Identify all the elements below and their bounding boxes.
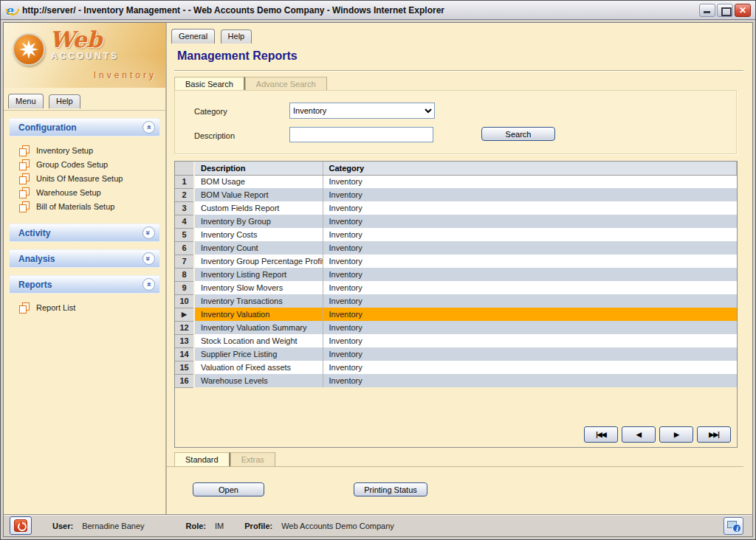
description-cell: Custom Fields Report <box>194 201 323 215</box>
sidebar-item-units-of-measure-setup[interactable]: Units Of Measure Setup <box>19 171 160 185</box>
sidebar-item-bill-of-materials-setup[interactable]: Bill of Materials Setup <box>19 199 160 213</box>
report-pages-icon <box>19 201 30 212</box>
description-cell: Inventory Valuation Summary <box>194 321 323 334</box>
pagination-bar: |◀◀ ◀ ▶ ▶▶| <box>584 426 731 443</box>
description-label: Description <box>194 131 235 140</box>
category-cell: Inventory <box>323 201 737 215</box>
maximize-button[interactable] <box>717 4 733 17</box>
browser-window: e http://server/ - Inventory Management … <box>0 0 756 540</box>
open-button[interactable]: Open <box>193 482 264 496</box>
profile-value: Web Accounts Demo Company <box>281 522 394 530</box>
next-page-button[interactable]: ▶ <box>659 426 693 443</box>
table-row[interactable]: 2 BOM Value Report Inventory <box>175 188 737 201</box>
table-row[interactable]: 12 Inventory Valuation Summary Inventory <box>175 321 737 334</box>
chevron-down-icon[interactable]: » <box>142 226 155 239</box>
section-header-activity[interactable]: Activity » <box>9 224 160 242</box>
category-cell: Inventory <box>323 228 737 241</box>
category-cell: Inventory <box>323 215 737 228</box>
user-value: Bernadine Baney <box>82 522 144 530</box>
table-row[interactable]: 7 Inventory Group Percentage Profit Inve… <box>175 255 737 268</box>
table-row[interactable]: 4 Inventory By Group Inventory <box>175 215 737 228</box>
description-input[interactable] <box>289 127 433 142</box>
info-icon: i <box>732 524 741 533</box>
section-header-analysis[interactable]: Analysis » <box>9 249 160 268</box>
results-grid-panel: Description Category 1 BOM Usage Invento… <box>174 161 738 448</box>
power-icon <box>14 519 27 532</box>
table-row[interactable]: 1 BOM Usage Inventory <box>175 175 737 188</box>
sidebar-item-inventory-setup[interactable]: Inventory Setup <box>19 143 160 157</box>
table-row[interactable]: 3 Custom Fields Report Inventory <box>175 201 737 215</box>
search-tab-bar: Basic Search Advance Search <box>174 77 327 91</box>
table-row[interactable]: 16 Warehouse Levels Inventory <box>175 374 737 387</box>
table-row[interactable]: 8 Inventory Listing Report Inventory <box>175 268 737 281</box>
section-header-configuration[interactable]: Configuration » <box>9 118 160 136</box>
chevron-up-icon[interactable]: » <box>142 121 155 134</box>
table-row-selected[interactable]: ▶ Inventory Valuation Inventory <box>175 308 737 321</box>
sidebar-item-report-list[interactable]: Report List <box>19 300 160 314</box>
logo-primary-text: Web <box>49 29 102 51</box>
description-cell: Warehouse Levels <box>194 374 323 387</box>
main-content: General Help Management Reports Basic Se… <box>167 23 752 514</box>
status-bar: User: Bernadine Baney Role: IM Profile: … <box>3 514 753 537</box>
first-page-button[interactable]: |◀◀ <box>584 426 618 443</box>
table-row[interactable]: 6 Inventory Count Inventory <box>175 241 737 255</box>
description-column-header[interactable]: Description <box>194 162 323 175</box>
sidebar-item-group-codes-setup[interactable]: Group Codes Setup <box>19 157 160 171</box>
tab-general[interactable]: General <box>171 29 215 44</box>
chevron-up-icon[interactable]: » <box>142 278 155 291</box>
row-number-cell: 8 <box>175 268 194 281</box>
actions-panel: Open Printing Status <box>167 466 743 510</box>
tab-extras[interactable]: Extras <box>230 452 275 467</box>
minimize-button[interactable] <box>699 4 715 17</box>
description-cell: Inventory Group Percentage Profit <box>194 255 323 268</box>
logo-secondary-text: ACCOUNTS <box>51 51 119 61</box>
description-cell: Valuation of Fixed assets <box>194 361 323 374</box>
table-row[interactable]: 9 Inventory Slow Movers Inventory <box>175 281 737 294</box>
section-reports: Reports » Report List <box>9 275 160 317</box>
tab-help[interactable]: Help <box>221 30 252 44</box>
sidebar-item-warehouse-setup[interactable]: Warehouse Setup <box>19 185 160 199</box>
reports-table: Description Category 1 BOM Usage Invento… <box>175 162 737 388</box>
corner-header-cell <box>175 162 194 175</box>
section-header-reports[interactable]: Reports » <box>9 275 160 294</box>
category-cell: Inventory <box>323 268 737 281</box>
row-number-cell: 10 <box>175 294 194 308</box>
tab-standard[interactable]: Standard <box>174 452 230 467</box>
webaccounts-star-icon <box>13 33 45 66</box>
profile-label: Profile: <box>244 522 272 530</box>
sidebar-tab-help[interactable]: Help <box>49 94 80 108</box>
page-title: Management Reports <box>177 49 298 63</box>
report-pages-icon <box>19 159 30 170</box>
role-value: IM <box>215 522 224 530</box>
table-row[interactable]: 10 Inventory Transactions Inventory <box>175 294 737 308</box>
system-info-button[interactable]: i <box>724 517 743 535</box>
report-pages-icon <box>19 145 30 156</box>
close-button[interactable]: ✕ <box>735 4 751 17</box>
printing-status-button[interactable]: Printing Status <box>354 482 427 496</box>
description-cell: Inventory Transactions <box>194 294 323 308</box>
table-row[interactable]: 5 Inventory Costs Inventory <box>175 228 737 241</box>
search-button[interactable]: Search <box>481 127 555 141</box>
sidebar-tab-menu[interactable]: Menu <box>8 94 44 108</box>
tab-advance-search[interactable]: Advance Search <box>245 77 327 91</box>
table-row[interactable]: 15 Valuation of Fixed assets Inventory <box>175 361 737 374</box>
search-panel: Category Inventory Description Search <box>174 90 737 154</box>
row-number-cell: 5 <box>175 228 194 241</box>
category-column-header[interactable]: Category <box>323 162 737 175</box>
description-cell: Inventory Count <box>194 241 323 255</box>
category-select[interactable]: Inventory <box>289 103 435 119</box>
row-number-cell: 3 <box>175 201 194 215</box>
last-page-button[interactable]: ▶▶| <box>697 426 731 443</box>
row-number-cell: 7 <box>175 255 194 268</box>
bottom-tab-bar: Standard Extras <box>174 452 275 467</box>
row-number-cell: 9 <box>175 281 194 294</box>
table-row[interactable]: 14 Supplier Price Listing Inventory <box>175 347 737 361</box>
table-row[interactable]: 13 Stock Location and Weight Inventory <box>175 334 737 347</box>
previous-page-button[interactable]: ◀ <box>622 426 656 443</box>
row-number-cell: 4 <box>175 215 194 228</box>
tab-basic-search[interactable]: Basic Search <box>174 77 245 91</box>
row-number-cell: 12 <box>175 321 194 334</box>
report-pages-icon <box>19 302 30 313</box>
logout-power-button[interactable] <box>10 516 32 535</box>
chevron-down-icon[interactable]: » <box>142 252 155 265</box>
